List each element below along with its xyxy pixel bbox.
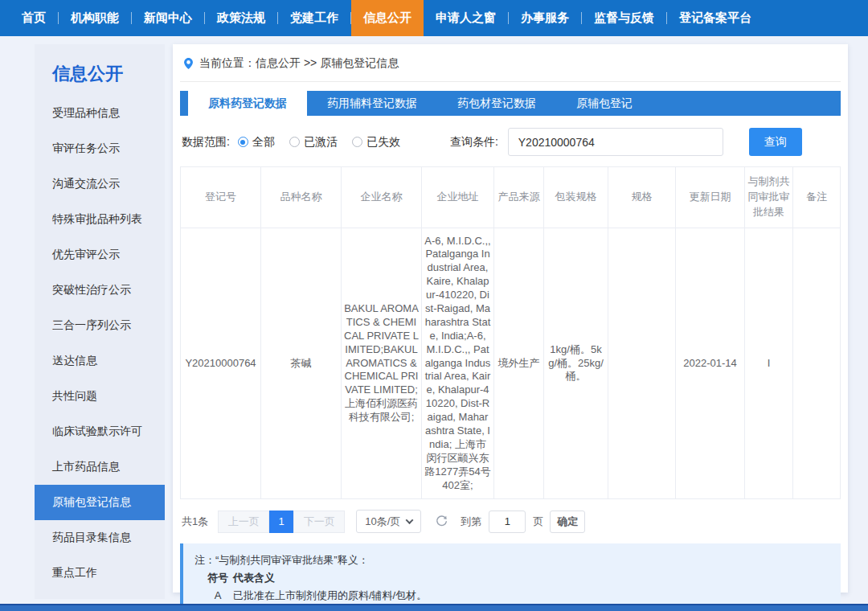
search-button[interactable]: 查询: [749, 128, 802, 156]
radio-unchecked-icon[interactable]: [289, 137, 300, 147]
refresh-icon[interactable]: [436, 515, 448, 527]
radio-option-expired-label: 已失效: [366, 135, 400, 150]
radio-option-all[interactable]: 全部: [238, 135, 275, 150]
nav-item-org-functions[interactable]: 机构职能: [59, 0, 131, 36]
cell-spec: [608, 228, 676, 499]
sidebar-item-marketed-drugs[interactable]: 上市药品信息: [35, 449, 165, 485]
nav-item-policies[interactable]: 政策法规: [205, 0, 277, 36]
top-navigation: 首页 机构职能 新闻中心 政策法规 党建工作 信息公开 申请人之窗 办事服务 监…: [0, 0, 868, 36]
radio-option-all-label: 全部: [252, 135, 275, 150]
sidebar: 信息公开 受理品种信息 审评任务公示 沟通交流公示 特殊审批品种列表 优先审评公…: [35, 44, 165, 599]
tab-excipient-registration-data[interactable]: 药用辅料登记数据: [307, 91, 437, 116]
query-condition-label: 查询条件:: [450, 135, 498, 150]
nav-item-applicant-window[interactable]: 申请人之窗: [424, 0, 508, 36]
header-package-spec: 包装规格: [544, 167, 608, 228]
sidebar-item-breakthrough-therapy[interactable]: 突破性治疗公示: [35, 273, 165, 308]
note-row-a: A 已批准在上市制剂使用的原料/辅料/包材。: [194, 587, 829, 605]
sidebar-item-three-in-one[interactable]: 三合一序列公示: [35, 308, 165, 343]
scope-label: 数据范围:: [182, 135, 230, 150]
location-pin-icon: [183, 57, 194, 70]
note-title: 注：“与制剂共同审评审批结果”释义：: [194, 552, 829, 569]
cell-update-date: 2022-01-14: [676, 228, 745, 499]
cell-package-spec: 1kg/桶。5kg/桶。25kg/桶。: [544, 228, 608, 499]
page-number-button[interactable]: 1: [269, 511, 293, 533]
note-meaning-header: 代表含义: [233, 569, 275, 587]
header-joint-review-result: 与制剂共同审批审批结果: [745, 167, 793, 228]
cell-company-name: BAKUL AROMATICS & CHEMICAL PRIVATE LIMIT…: [342, 228, 422, 499]
goto-page-label: 到第: [461, 515, 481, 529]
header-product-source: 产品来源: [494, 167, 544, 228]
header-remark: 备注: [793, 167, 841, 228]
sidebar-item-priority-review[interactable]: 优先审评公示: [35, 237, 165, 273]
chevron-down-icon: [406, 517, 414, 525]
nav-item-party-building[interactable]: 党建工作: [278, 0, 350, 36]
nav-item-services[interactable]: 办事服务: [509, 0, 581, 36]
breadcrumb-text: 当前位置：信息公开 >> 原辅包登记信息: [199, 56, 399, 71]
nav-item-home[interactable]: 首页: [10, 0, 58, 36]
goto-page-unit: 页: [533, 515, 543, 529]
prev-page-button[interactable]: 上一页: [218, 511, 269, 533]
cell-joint-review-result: I: [745, 228, 793, 499]
table-row: Y20210000764 茶碱 BAKUL AROMATICS & CHEMIC…: [181, 228, 841, 499]
cell-product-source: 境外生产: [494, 228, 544, 499]
legend-note-box: 注：“与制剂共同审评审批结果”释义： 符号 代表含义 A 已批准在上市制剂使用的…: [180, 543, 841, 611]
sidebar-item-clinical-trial-license[interactable]: 临床试验默示许可: [35, 414, 165, 449]
tab-raw-aux-pack-registration[interactable]: 原辅包登记: [556, 91, 653, 116]
filter-row: 数据范围: 全部 已激活 已失效 查询条件: 查询: [182, 128, 839, 156]
scope-radio-group: 全部 已激活 已失效: [238, 135, 400, 150]
page-size-select[interactable]: 10条/页: [356, 510, 421, 533]
radio-option-activated-label: 已激活: [304, 135, 338, 150]
sidebar-item-accepted-varieties[interactable]: 受理品种信息: [35, 96, 165, 131]
header-company-name: 企业名称: [342, 167, 422, 228]
sidebar-item-common-issues[interactable]: 共性问题: [35, 379, 165, 414]
sidebar-item-delivery-info[interactable]: 送达信息: [35, 343, 165, 379]
pagination-bar: 共1条 上一页 1 下一页 10条/页 到第 页 确定: [182, 510, 839, 533]
query-condition-input[interactable]: [508, 128, 723, 156]
note-header-row: 符号 代表含义: [194, 569, 829, 587]
nav-item-supervision-feedback[interactable]: 监督与反馈: [582, 0, 666, 36]
sidebar-item-review-tasks[interactable]: 审评任务公示: [35, 131, 165, 166]
header-company-address: 企业地址: [422, 167, 494, 228]
radio-unchecked-icon[interactable]: [352, 137, 362, 147]
nav-item-info-disclosure[interactable]: 信息公开: [351, 0, 424, 36]
sidebar-title: 信息公开: [35, 44, 165, 96]
table-header-row: 登记号 品种名称 企业名称 企业地址 产品来源 包装规格 规格 更新日期 与制剂…: [181, 167, 841, 228]
confirm-button[interactable]: 确定: [550, 511, 585, 533]
sidebar-item-special-approval-list[interactable]: 特殊审批品种列表: [35, 202, 165, 237]
page-size-value: 10条/页: [365, 515, 400, 529]
note-meaning: 已批准在上市制剂使用的原料/辅料/包材。: [233, 587, 427, 605]
nav-item-news-center[interactable]: 新闻中心: [132, 0, 204, 36]
radio-option-activated[interactable]: 已激活: [289, 135, 338, 150]
cell-remark: [793, 228, 841, 499]
breadcrumb: 当前位置：信息公开 >> 原辅包登记信息: [180, 44, 841, 82]
sidebar-item-communication[interactable]: 沟通交流公示: [35, 166, 165, 202]
cell-company-address: A-6, M.I.D.C.,, Patalganga Industrial Ar…: [422, 228, 494, 499]
note-symbol: A: [203, 587, 233, 605]
header-reg-no: 登记号: [181, 167, 261, 228]
goto-page-input[interactable]: [489, 511, 526, 533]
next-page-button[interactable]: 下一页: [293, 511, 345, 533]
content-panel: 当前位置：信息公开 >> 原辅包登记信息 原料药登记数据 药用辅料登记数据 药包…: [173, 44, 848, 593]
footer-bar: [0, 604, 868, 611]
page-body: 信息公开 受理品种信息 审评任务公示 沟通交流公示 特殊审批品种列表 优先审评公…: [35, 44, 848, 599]
header-spec: 规格: [608, 167, 676, 228]
sidebar-item-key-work[interactable]: 重点工作: [35, 556, 165, 591]
sidebar-item-drug-catalog[interactable]: 药品目录集信息: [35, 520, 165, 556]
header-update-date: 更新日期: [676, 167, 745, 228]
tab-packaging-registration-data[interactable]: 药包材登记数据: [437, 91, 556, 116]
nav-item-registration-platform[interactable]: 登记备案平台: [667, 0, 764, 36]
tab-bar: 原料药登记数据 药用辅料登记数据 药包材登记数据 原辅包登记: [180, 91, 841, 116]
total-count-text: 共1条: [182, 515, 208, 529]
header-variety-name: 品种名称: [261, 167, 342, 228]
radio-checked-icon[interactable]: [238, 137, 248, 147]
radio-option-expired[interactable]: 已失效: [352, 135, 400, 150]
note-symbol-header: 符号: [203, 569, 233, 587]
cell-variety-name: 茶碱: [261, 228, 342, 499]
tab-api-registration-data[interactable]: 原料药登记数据: [188, 91, 307, 116]
cell-reg-no: Y20210000764: [181, 228, 261, 499]
registration-data-table: 登记号 品种名称 企业名称 企业地址 产品来源 包装规格 规格 更新日期 与制剂…: [180, 166, 841, 499]
sidebar-item-raw-aux-pack-registration[interactable]: 原辅包登记信息: [35, 485, 165, 520]
